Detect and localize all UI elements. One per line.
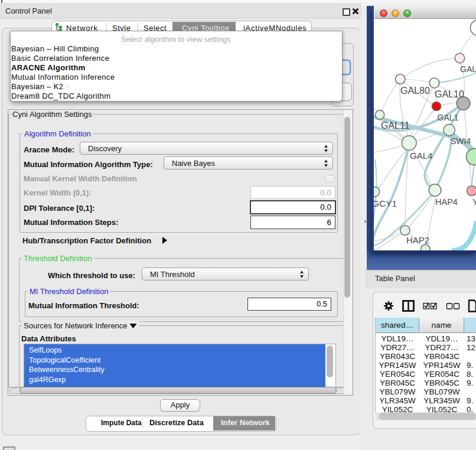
svg-text:GAL11: GAL11 [381, 120, 410, 131]
svg-text:GAL4: GAL4 [410, 151, 432, 161]
svg-text:Y: Y [472, 197, 476, 207]
svg-text:GAL10: GAL10 [435, 89, 464, 99]
svg-text:GAL80: GAL80 [400, 86, 430, 96]
svg-text:SWI4: SWI4 [451, 136, 471, 146]
svg-text:HAP2: HAP2 [406, 235, 429, 245]
svg-text:GAL: GAL [460, 64, 476, 74]
svg-text:HAP4: HAP4 [435, 197, 458, 207]
svg-text:GAL1: GAL1 [438, 113, 459, 122]
svg-text:GCY1: GCY1 [374, 198, 397, 208]
